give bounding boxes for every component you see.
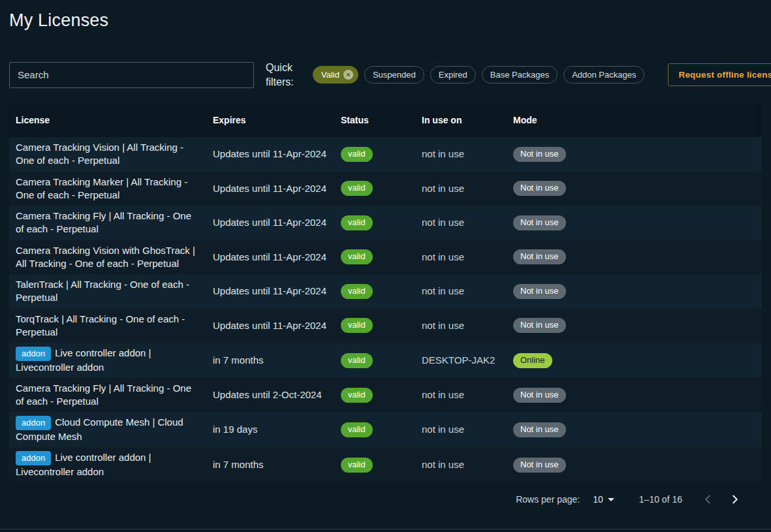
license-name: Camera Tracking Fly | All Tracking - One… [16, 210, 191, 234]
filter-chip-suspended[interactable]: Suspended [364, 66, 424, 84]
table-row: addonCloud Compute Mesh | Cloud Compute … [9, 412, 762, 447]
bottom-divider [0, 529, 771, 529]
in-use-on-cell: not in use [415, 309, 507, 343]
previous-page-button[interactable] [697, 488, 719, 510]
expires-cell: Updates until 11-Apr-2024 [206, 309, 334, 343]
expires-cell: in 19 days [206, 412, 334, 447]
request-offline-license-button[interactable]: Request offline license [668, 63, 771, 86]
chevron-right-icon [728, 492, 742, 507]
expires-cell: in 7 months [206, 447, 334, 482]
rows-per-page-select[interactable]: 10 [593, 494, 614, 505]
expires-cell: Updates until 11-Apr-2024 [206, 206, 334, 240]
in-use-on-cell: not in use [415, 412, 507, 447]
quick-filters-label: Quick filters: [266, 61, 301, 89]
table-row: TorqTrack | All Tracking - One of each -… [9, 309, 762, 343]
table-header-row: License Expires Status In use on Mode [9, 103, 762, 137]
addon-badge: addon [16, 451, 51, 465]
status-badge: valid [341, 458, 373, 473]
filter-chip-label: Suspended [373, 70, 416, 80]
filter-chip-label: Addon Packages [572, 70, 636, 80]
in-use-on-cell: DESKTOP-JAK2 [415, 343, 507, 378]
quick-filter-chips: Valid ✕ Suspended Expired Base Packages … [313, 66, 644, 84]
filter-chip-base-packages[interactable]: Base Packages [482, 66, 558, 84]
chip-close-icon[interactable]: ✕ [343, 70, 353, 80]
licenses-table: License Expires Status In use on Mode Ca… [9, 103, 762, 516]
mode-badge: Not in use [513, 458, 566, 473]
my-licenses-page: My Licenses Quick filters: Valid ✕ Suspe… [0, 0, 771, 532]
addon-badge: addon [16, 416, 51, 430]
column-header-in-use-on: In use on [415, 103, 507, 137]
status-badge: valid [341, 388, 373, 403]
in-use-on-cell: not in use [415, 447, 507, 482]
expires-cell: Updates until 11-Apr-2024 [206, 137, 334, 172]
license-name: TorqTrack | All Tracking - One of each -… [16, 313, 185, 337]
expires-cell: in 7 months [206, 343, 334, 378]
table-row: TalenTrack | All Tracking - One of each … [9, 274, 762, 309]
license-name: Camera Tracking Vision | All Tracking - … [16, 142, 183, 166]
status-badge: valid [341, 147, 373, 162]
table-row: Camera Tracking Fly | All Tracking - One… [9, 206, 762, 240]
license-name: TalenTrack | All Tracking - One of each … [16, 279, 189, 303]
status-badge: valid [341, 284, 373, 299]
in-use-on-cell: not in use [415, 378, 507, 413]
table-row: Camera Tracking Vision | All Tracking - … [9, 137, 762, 172]
column-header-license: License [9, 103, 206, 137]
license-name: Camera Tracking Fly | All Tracking - One… [16, 383, 191, 407]
in-use-on-cell: not in use [415, 137, 507, 172]
filter-chip-label: Base Packages [490, 70, 549, 80]
status-badge: valid [341, 181, 373, 196]
toolbar: Quick filters: Valid ✕ Suspended Expired… [9, 61, 762, 89]
rows-per-page-value: 10 [593, 494, 603, 505]
mode-badge: Online [513, 353, 552, 368]
mode-badge: Not in use [513, 215, 566, 230]
addon-badge: addon [16, 347, 51, 361]
table-row: Camera Tracking Vision with GhosTrack | … [9, 240, 762, 275]
page-range-label: 1–10 of 16 [639, 494, 682, 505]
filter-chip-label: Expired [439, 70, 467, 80]
status-badge: valid [341, 215, 373, 230]
license-name: Camera Tracking Marker | All Tracking - … [16, 176, 187, 200]
expires-cell: Updates until 11-Apr-2024 [206, 240, 334, 275]
status-badge: valid [341, 422, 373, 437]
table-row: Camera Tracking Fly | All Tracking - One… [9, 378, 762, 413]
expires-cell: Updates until 2-Oct-2024 [206, 378, 334, 413]
in-use-on-cell: not in use [415, 274, 507, 309]
license-name: Camera Tracking Vision with GhosTrack | … [16, 245, 195, 269]
mode-badge: Not in use [513, 388, 566, 403]
mode-badge: Not in use [513, 318, 566, 333]
column-header-status: Status [334, 103, 415, 137]
column-header-expires: Expires [206, 103, 334, 137]
table-row: Camera Tracking Marker | All Tracking - … [9, 172, 762, 206]
mode-badge: Not in use [513, 422, 566, 437]
dropdown-caret-icon [608, 498, 614, 501]
mode-badge: Not in use [513, 181, 566, 196]
mode-badge: Not in use [513, 249, 566, 264]
table-body: Camera Tracking Vision | All Tracking - … [9, 137, 762, 482]
chevron-left-icon [700, 492, 715, 507]
status-badge: valid [341, 249, 373, 264]
status-badge: valid [341, 318, 373, 333]
column-header-mode: Mode [507, 103, 762, 137]
table-row: addonLive controller addon | Livecontrol… [9, 447, 762, 482]
rows-per-page-label: Rows per page: [516, 494, 580, 505]
table-row: addonLive controller addon | Livecontrol… [9, 343, 762, 378]
filter-chip-expired[interactable]: Expired [430, 66, 476, 84]
filter-chip-addon-packages[interactable]: Addon Packages [563, 66, 644, 84]
expires-cell: Updates until 11-Apr-2024 [206, 172, 334, 206]
next-page-button[interactable] [724, 488, 746, 510]
in-use-on-cell: not in use [415, 172, 507, 206]
mode-badge: Not in use [513, 284, 566, 299]
expires-cell: Updates until 11-Apr-2024 [206, 274, 334, 309]
filter-chip-label: Valid [321, 70, 339, 80]
in-use-on-cell: not in use [415, 240, 507, 275]
status-badge: valid [341, 353, 373, 368]
page-title: My Licenses [9, 10, 762, 31]
mode-badge: Not in use [513, 147, 566, 162]
pagination: Rows per page: 10 1–10 of 16 [9, 482, 762, 516]
search-input[interactable] [9, 62, 254, 88]
in-use-on-cell: not in use [415, 206, 507, 240]
filter-chip-valid[interactable]: Valid ✕ [313, 66, 358, 84]
